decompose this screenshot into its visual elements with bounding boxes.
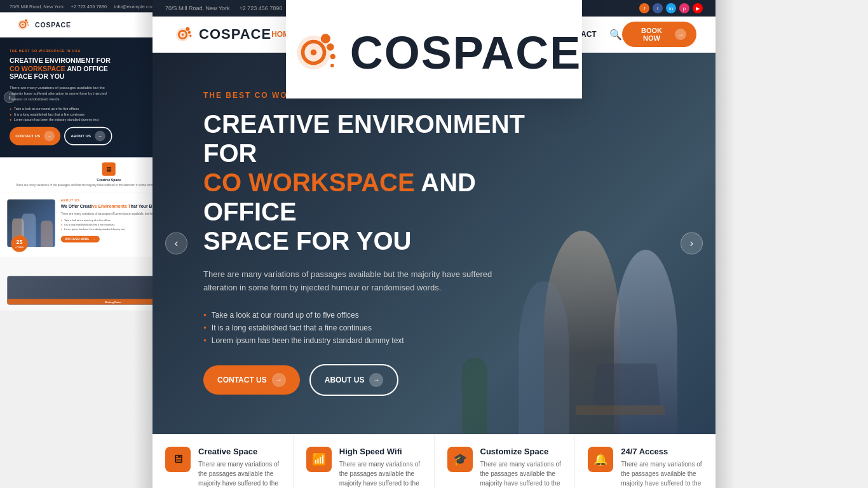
access-24-7-icon: 🔔 xyxy=(588,447,613,472)
hero-title: CREATIVE ENVIRONMENT FOR CO WORKSPACE AN… xyxy=(203,109,559,255)
feature-card-1: 🖥 Creative Space There are many variatio… xyxy=(153,435,294,488)
hero-content: THE BEST CO WORKSPACE IN USA CREATIVE EN… xyxy=(203,91,559,396)
about-us-btn[interactable]: ABOUT US → xyxy=(309,364,399,396)
mini-left-hero: THE BEST CO WORKSPACE IN USA CREATIVE EN… xyxy=(0,37,153,158)
big-logo: COSPACE xyxy=(287,25,582,79)
svg-point-14 xyxy=(310,50,316,55)
svg-point-9 xyxy=(186,27,189,30)
mini-left-about: 25+ Years ABOUT US We Offer Creative Env… xyxy=(0,192,153,257)
hero-list: Take a look at our round up of to five o… xyxy=(203,311,559,345)
hero-list-item-2: It is a long established fact that a fin… xyxy=(203,323,559,332)
right-panel: 70/S Mill Road, New York +2 723 456 7890… xyxy=(715,0,868,488)
hero-description: There are many variations of passages av… xyxy=(203,268,496,295)
svg-point-10 xyxy=(188,30,191,33)
hero-buttons: CONTACT US → ABOUT US → xyxy=(203,364,559,396)
center-logo-text: COSPACE xyxy=(199,26,271,43)
center-logo-icon xyxy=(172,24,194,46)
feature-3-desc: There are many variations of the passage… xyxy=(480,459,562,488)
feature-4-title: 24/7 Access xyxy=(621,447,703,456)
mini-left-phone: +2 723 456 7890 xyxy=(71,4,107,9)
mini-left-topbar: 70/S Mill Road, New York +2 723 456 7890… xyxy=(0,0,153,13)
mini-left-slider-prev[interactable]: ‹ xyxy=(4,92,15,103)
center-logo[interactable]: COSPACE xyxy=(172,24,271,46)
mini-left-hero-list: ● Take a look at our round up of to five… xyxy=(10,107,115,121)
mini-left-about-btn[interactable]: ABOUT US → xyxy=(64,127,112,146)
hero-list-item-3: Lorem ipsum has been the industry standa… xyxy=(203,336,559,345)
mini-left-logo-icon xyxy=(15,17,31,33)
mini-left-about-label: ABOUT US xyxy=(61,199,153,202)
left-panel: 70/S Mill Road, New York +2 723 456 7890… xyxy=(0,0,153,488)
search-icon[interactable]: 🔍 xyxy=(609,29,622,41)
center-social-instagram[interactable]: p xyxy=(679,3,689,13)
center-phone: +2 723 456 7890 xyxy=(240,5,283,11)
svg-point-5 xyxy=(27,25,29,26)
svg-point-11 xyxy=(189,34,192,37)
feature-2-title: High Speed Wifi xyxy=(339,447,421,456)
svg-point-3 xyxy=(25,19,27,22)
svg-point-16 xyxy=(327,43,334,50)
mini-left-hero-sub: THE BEST CO WORKSPACE IN USA xyxy=(10,50,115,53)
mini-left-about-image: 25+ Years xyxy=(7,199,55,247)
big-logo-name-text: COSPACE xyxy=(350,30,582,76)
mini-left-room-1: Meeting Room xyxy=(7,276,153,304)
contact-us-btn[interactable]: CONTACT US → xyxy=(203,365,300,395)
customize-space-icon: 🎓 xyxy=(447,447,473,472)
center-social-youtube[interactable]: ▶ xyxy=(693,3,703,13)
mini-left-header: COSPACE HOME ▾ WORKSPACES SERVICES ▾ PAG… xyxy=(0,13,153,37)
mini-left-logo: COSPACE xyxy=(15,17,71,33)
book-now-arrow-icon: → xyxy=(675,29,686,40)
center-social-facebook[interactable]: f xyxy=(639,3,649,13)
big-logo-svg-icon xyxy=(287,25,341,79)
mini-left-hero-desc: There are many variations of passages av… xyxy=(10,86,115,103)
center-address: 70/S Mill Road, New York xyxy=(165,5,230,11)
logo-overlay-panel: COSPACE xyxy=(286,0,582,98)
mini-left-about-desc: There are many variations of passages of… xyxy=(61,212,153,216)
mini-left-contact-btn[interactable]: CONTACT US → xyxy=(10,127,60,146)
wifi-icon: 📶 xyxy=(306,447,332,472)
mini-left-hero-title: CREATIVE ENVIRONMENT FOR CO WORKSPACE AN… xyxy=(10,57,115,81)
mini-left-f1-desc: There are many variations of the passage… xyxy=(4,183,153,187)
feature-card-2: 📶 High Speed Wifi There are many variati… xyxy=(294,435,435,488)
contact-btn-arrow-icon: → xyxy=(272,373,286,387)
center-hero: THE BEST CO WORKSPACE IN USA CREATIVE EN… xyxy=(153,53,715,434)
svg-point-18 xyxy=(330,64,334,67)
creative-space-icon: 🖥 xyxy=(165,447,191,472)
svg-point-15 xyxy=(320,34,330,43)
mini-left-about-title: We Offer Creative Environments That Your… xyxy=(61,204,153,210)
mini-left-email: info@example.com xyxy=(114,4,153,9)
svg-point-17 xyxy=(330,54,336,60)
mini-left-workspace: WORKSPACE Our Modern Office Spaces Meeti… xyxy=(0,257,153,310)
feature-1-title: Creative Space xyxy=(198,447,280,456)
feature-1-desc: There are many variations of the passage… xyxy=(198,459,280,488)
center-social-linkedin[interactable]: in xyxy=(666,3,676,13)
mini-left-discover-btn[interactable]: DISCOVER MORE → xyxy=(61,236,100,243)
hero-list-item-1: Take a look at our round up of to five o… xyxy=(203,311,559,320)
mini-left-feature-1: 🖥 Creative Space There are many variatio… xyxy=(0,158,153,192)
mini-left-years-badge: 25+ Years xyxy=(11,235,27,252)
hero-prev-btn[interactable]: ‹ xyxy=(165,232,187,254)
center-social-twitter[interactable]: t xyxy=(653,3,663,13)
feature-card-4: 🔔 24/7 Access There are many variations … xyxy=(575,435,715,488)
page-wrapper: 70/S Mill Road, New York +2 723 456 7890… xyxy=(0,0,868,488)
left-mini-site: 70/S Mill Road, New York +2 723 456 7890… xyxy=(0,0,153,310)
center-panel: 70/S Mill Road, New York +2 723 456 7890… xyxy=(153,0,715,488)
center-book-now-btn[interactable]: BOOK NOW → xyxy=(622,22,696,47)
svg-point-4 xyxy=(27,22,29,24)
hero-next-btn[interactable]: › xyxy=(681,232,703,254)
svg-point-2 xyxy=(22,24,24,26)
feature-4-desc: There are many variations of the passage… xyxy=(621,459,703,488)
features-strip: 🖥 Creative Space There are many variatio… xyxy=(153,434,715,488)
feature-2-desc: There are many variations of the passage… xyxy=(339,459,421,488)
about-btn-arrow-icon: → xyxy=(369,373,383,387)
svg-point-8 xyxy=(182,33,184,36)
mini-left-logo-text: COSPACE xyxy=(35,21,71,29)
mini-left-f1-title: Creative Space xyxy=(4,179,153,182)
center-social: f t in p ▶ xyxy=(639,3,703,13)
feature-card-3: 🎓 Customize Space There are many variati… xyxy=(435,435,576,488)
feature-3-title: Customize Space xyxy=(480,447,562,456)
mini-left-features: 🖥 Creative Space There are many variatio… xyxy=(0,158,153,193)
mini-left-address: 70/S Mill Road, New York xyxy=(10,4,64,9)
